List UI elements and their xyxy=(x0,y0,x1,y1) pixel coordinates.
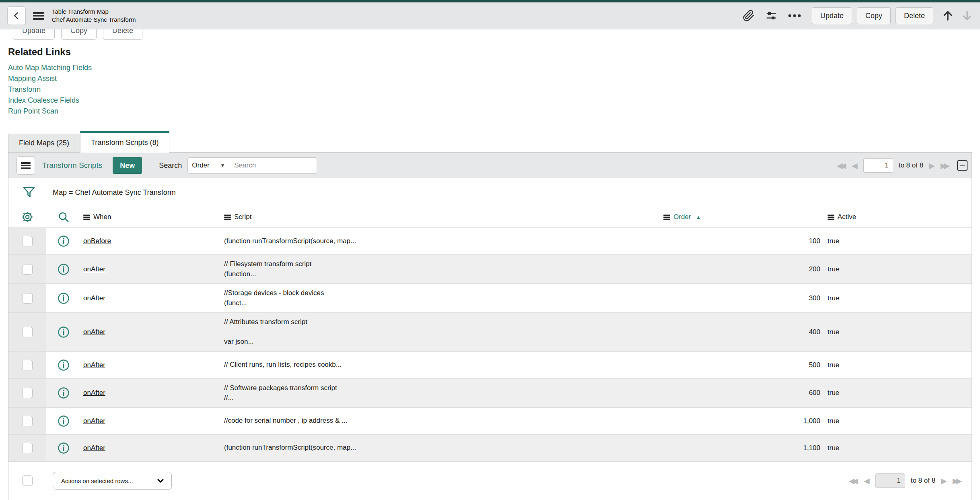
column-menu-icon xyxy=(83,215,90,220)
column-menu-icon xyxy=(663,215,670,220)
search-field-select[interactable]: Order ▼ xyxy=(187,157,229,174)
script-preview: // Filesystem transform script (function… xyxy=(224,259,651,279)
list-title: Transform Scripts xyxy=(42,161,102,170)
when-link[interactable]: onAfter xyxy=(83,417,105,425)
when-link[interactable]: onAfter xyxy=(83,361,105,369)
scroll-up-icon[interactable] xyxy=(942,10,953,22)
table-row: onAfter // Filesystem transform script (… xyxy=(8,254,972,283)
script-preview: //Storage devices - block devices (funct… xyxy=(224,288,651,308)
tab-transform-scripts[interactable]: Transform Scripts (8) xyxy=(80,131,169,153)
active-value: true xyxy=(821,389,972,397)
column-header-when[interactable]: When xyxy=(81,213,224,221)
order-value: 500 xyxy=(660,361,821,369)
more-options-icon[interactable] xyxy=(788,13,801,18)
prev-page-icon[interactable]: ◀ xyxy=(852,161,858,170)
tab-bar: Field Maps (25) Transform Scripts (8) xyxy=(8,131,972,152)
row-checkbox[interactable] xyxy=(22,388,33,398)
info-icon[interactable] xyxy=(58,359,70,371)
gear-icon[interactable] xyxy=(21,211,34,223)
record-type-label: Table Transform Map xyxy=(52,8,136,16)
first-page-icon[interactable]: ◀◀ xyxy=(849,476,858,486)
row-checkbox[interactable] xyxy=(22,416,33,426)
row-checkbox[interactable] xyxy=(22,327,33,337)
select-all-checkbox[interactable] xyxy=(22,475,33,486)
when-link[interactable]: onAfter xyxy=(83,265,105,273)
table-row: onAfter (function runTransformScript(sou… xyxy=(8,434,972,461)
script-preview: // Attributes transform script var json.… xyxy=(224,317,651,347)
table-row: onAfter //code for serial number , ip ad… xyxy=(8,407,972,434)
related-link[interactable]: Mapping Assist xyxy=(8,73,972,84)
filter-condition-label[interactable]: Map = Chef Automate Sync Transform xyxy=(53,188,176,197)
scroll-down-icon[interactable] xyxy=(961,10,973,22)
list-header-row: When Script Order ▲ Active xyxy=(8,207,972,227)
active-value: true xyxy=(821,265,972,273)
when-link[interactable]: onAfter xyxy=(83,444,105,452)
when-link[interactable]: onBefore xyxy=(83,237,111,245)
active-value: true xyxy=(821,361,972,369)
row-checkbox[interactable] xyxy=(22,293,33,304)
tab-field-maps[interactable]: Field Maps (25) xyxy=(8,134,80,152)
minimize-list-icon[interactable] xyxy=(957,160,968,171)
actions-select-value: Actions on selected rows... xyxy=(61,477,133,484)
table-row: onAfter // Attributes transform script v… xyxy=(8,312,972,351)
row-checkbox[interactable] xyxy=(22,264,33,275)
new-button[interactable]: New xyxy=(113,157,142,174)
chevron-down-icon xyxy=(156,476,165,485)
actions-select[interactable]: Actions on selected rows... xyxy=(53,472,172,490)
column-header-active[interactable]: Active xyxy=(821,213,972,221)
search-label: Search xyxy=(159,161,182,170)
info-icon[interactable] xyxy=(58,326,70,338)
table-row: onAfter // Software packages transform s… xyxy=(8,378,972,407)
related-link[interactable]: Auto Map Matching Fields xyxy=(8,62,972,73)
chevron-left-icon xyxy=(12,11,21,20)
page-number-input[interactable] xyxy=(875,473,905,488)
header-action-button[interactable]: Update xyxy=(812,7,852,24)
related-link[interactable]: Run Point Scan xyxy=(8,106,972,117)
related-link[interactable]: Transform xyxy=(8,84,972,95)
context-menu-icon[interactable] xyxy=(33,12,44,20)
info-icon[interactable] xyxy=(58,442,70,454)
search-column-icon[interactable] xyxy=(58,211,70,223)
search-input[interactable] xyxy=(229,157,317,174)
last-page-icon[interactable]: ▶▶ xyxy=(953,476,962,486)
order-value: 600 xyxy=(660,389,821,397)
next-page-icon[interactable]: ▶ xyxy=(929,161,935,170)
column-menu-icon xyxy=(828,215,834,220)
form-content: UpdateCopyDelete Related Links Auto Map … xyxy=(0,21,980,500)
info-icon[interactable] xyxy=(58,263,70,275)
header-action-button[interactable]: Copy xyxy=(857,7,891,24)
info-icon[interactable] xyxy=(58,415,70,427)
header-action-button[interactable]: Delete xyxy=(896,7,933,24)
info-icon[interactable] xyxy=(58,235,70,247)
attachment-icon[interactable] xyxy=(743,10,755,22)
column-header-order[interactable]: Order ▲ xyxy=(660,213,821,221)
first-page-icon[interactable]: ◀◀ xyxy=(837,161,846,170)
when-link[interactable]: onAfter xyxy=(83,294,105,302)
related-links-section: Related Links Auto Map Matching FieldsMa… xyxy=(8,46,972,117)
when-link[interactable]: onAfter xyxy=(83,328,105,336)
column-label: Active xyxy=(838,213,856,221)
prev-page-icon[interactable]: ◀ xyxy=(864,476,870,486)
next-page-icon[interactable]: ▶ xyxy=(941,476,947,486)
back-button[interactable] xyxy=(7,6,26,25)
row-checkbox[interactable] xyxy=(22,360,33,370)
info-icon[interactable] xyxy=(58,292,70,304)
column-label: Order xyxy=(673,213,691,221)
menu-icon xyxy=(21,162,31,169)
transform-scripts-list: Transform Scripts New Search Order ▼ ◀◀ … xyxy=(8,152,972,500)
list-menu-button[interactable] xyxy=(16,156,35,175)
column-label: When xyxy=(93,213,111,221)
when-link[interactable]: onAfter xyxy=(83,389,105,397)
info-icon[interactable] xyxy=(58,387,70,399)
active-value: true xyxy=(821,444,972,452)
last-page-icon[interactable]: ▶▶ xyxy=(941,161,950,170)
filter-funnel-icon[interactable] xyxy=(22,185,36,200)
page-number-input[interactable] xyxy=(863,158,893,173)
column-header-script[interactable]: Script xyxy=(224,213,660,221)
script-preview: (function runTransformScript(source, map… xyxy=(224,236,651,246)
related-link[interactable]: Index Coalesce Fields xyxy=(8,95,972,106)
row-checkbox[interactable] xyxy=(22,443,33,453)
row-checkbox[interactable] xyxy=(22,236,33,246)
related-links-heading: Related Links xyxy=(8,46,972,58)
personalize-form-icon[interactable] xyxy=(765,10,777,22)
